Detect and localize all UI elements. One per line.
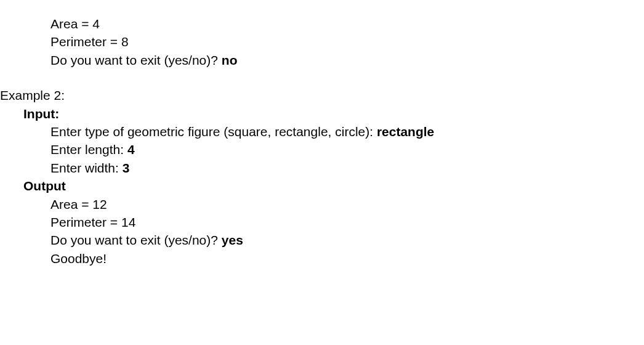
- blank-line: [0, 69, 644, 86]
- example2-figure-prompt: Enter type of geometric figure (square, …: [50, 124, 377, 139]
- example2-exit-prompt: Do you want to exit (yes/no)?: [50, 233, 222, 247]
- example2-length-value: 4: [127, 142, 135, 156]
- example1-perimeter-line: Perimeter = 8: [50, 33, 644, 51]
- example2-length-line: Enter length: 4: [50, 140, 644, 158]
- example2-figure-line: Enter type of geometric figure (square, …: [50, 123, 644, 140]
- example1-exit-line: Do you want to exit (yes/no)? no: [50, 51, 644, 69]
- example2-area-line: Area = 12: [50, 195, 644, 213]
- example2-heading: Example 2:: [0, 86, 644, 104]
- example1-area-line: Area = 4: [50, 15, 644, 33]
- example2-width-prompt: Enter width:: [50, 161, 123, 175]
- example2-width-value: 3: [123, 161, 130, 175]
- example2-exit-answer: yes: [222, 233, 243, 247]
- example1-exit-answer: no: [222, 53, 238, 67]
- example2-perimeter-line: Perimeter = 14: [50, 213, 644, 231]
- example2-figure-value: rectangle: [377, 124, 434, 139]
- example2-output-label: Output: [23, 177, 644, 195]
- example1-exit-prompt: Do you want to exit (yes/no)?: [50, 53, 222, 67]
- example2-input-label: Input:: [23, 105, 644, 123]
- example2-width-line: Enter width: 3: [50, 159, 644, 177]
- example2-length-prompt: Enter length:: [50, 142, 127, 156]
- example2-goodbye-line: Goodbye!: [50, 250, 644, 267]
- example2-exit-line: Do you want to exit (yes/no)? yes: [50, 231, 644, 249]
